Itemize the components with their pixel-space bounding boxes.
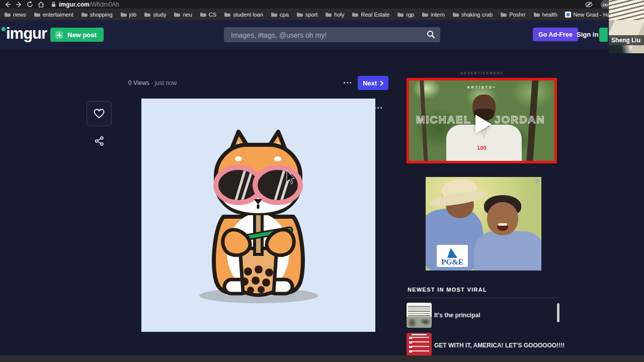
bookmark-folder[interactable]: student loan bbox=[224, 12, 263, 18]
bookmark-folder[interactable]: shaking crab bbox=[452, 12, 493, 18]
back-icon[interactable] bbox=[5, 2, 11, 8]
viral-section-heading: NEWEST IN MOST VIRAL bbox=[408, 287, 487, 293]
adchoices-icon[interactable]: ▷ bbox=[536, 178, 540, 184]
bookmark-label: holy bbox=[334, 12, 344, 18]
pge-sail-icon bbox=[447, 248, 457, 258]
bookmark-folder[interactable]: shopping bbox=[81, 12, 113, 18]
viral-item[interactable] bbox=[407, 303, 432, 328]
bookmark-label: intern bbox=[431, 12, 445, 18]
bookmark-label: cpa bbox=[280, 12, 289, 18]
go-ad-free-button[interactable]: Go Ad-Free bbox=[533, 28, 578, 41]
url-path[interactable]: /W6dm0Ah bbox=[90, 1, 119, 8]
post-time: just now bbox=[155, 79, 177, 86]
bookmark-label: rgp bbox=[406, 12, 414, 18]
search-input[interactable] bbox=[230, 27, 423, 43]
forward-icon[interactable] bbox=[16, 2, 22, 8]
bookmark-label: shopping bbox=[90, 12, 113, 18]
bottom-bar bbox=[0, 355, 644, 362]
share-button[interactable] bbox=[94, 135, 105, 146]
plus-icon bbox=[55, 31, 63, 39]
url-host[interactable]: imgur.com bbox=[59, 1, 90, 8]
bookmark-label: study bbox=[153, 12, 166, 18]
bookmark-folder[interactable]: neu bbox=[174, 12, 192, 18]
bookmark-label: health bbox=[542, 12, 557, 18]
view-count: 0 Views bbox=[128, 79, 149, 86]
bookmark-folder[interactable]: health bbox=[533, 12, 557, 18]
bookmark-label: CS bbox=[209, 12, 216, 18]
bookmark-folder[interactable]: cpa bbox=[271, 12, 289, 18]
ad-name-left: MICHAEL bbox=[416, 114, 471, 126]
bookmark-folder[interactable]: Real Estate bbox=[352, 12, 389, 18]
ad-artists-text: ARTISTS+ bbox=[409, 85, 554, 89]
more-options-icon[interactable] bbox=[344, 82, 351, 83]
bookmark-label: sport bbox=[305, 12, 317, 18]
chevron-right-icon bbox=[380, 80, 383, 86]
bookmark-folder[interactable]: job bbox=[120, 12, 137, 18]
viral-thumbnail[interactable] bbox=[407, 333, 432, 358]
post-image[interactable] bbox=[141, 99, 375, 332]
viral-item[interactable] bbox=[407, 333, 432, 358]
post-meta: 0 Views · just now bbox=[128, 79, 177, 86]
screen: imgur.com/W6dm0Ah newsentertaimentshoppi… bbox=[0, 0, 644, 362]
next-button[interactable]: Next bbox=[358, 76, 388, 90]
image-more-options-icon[interactable] bbox=[374, 107, 382, 109]
bookmark-folder[interactable]: Poshrr bbox=[500, 12, 525, 18]
bookmark-folder[interactable]: sport bbox=[296, 12, 317, 18]
site-favicon bbox=[565, 12, 571, 18]
bookmark-label: job bbox=[129, 12, 137, 18]
webcam-overlay: Sheng Liu bbox=[609, 0, 644, 53]
advertisement-label: ADVERTISEMENT bbox=[407, 71, 557, 75]
bookmark-folder[interactable]: holy bbox=[325, 12, 344, 18]
bookmark-label: Poshrr bbox=[509, 12, 525, 18]
bookmark-folder[interactable]: study bbox=[144, 12, 166, 18]
share-icon bbox=[95, 136, 104, 146]
bookmark-folder[interactable]: intern bbox=[422, 12, 445, 18]
sign-in-link[interactable]: Sign in bbox=[577, 31, 598, 38]
bookmark-label: neu bbox=[183, 12, 192, 18]
browser-toolbar: imgur.com/W6dm0Ah bbox=[0, 0, 644, 9]
webcam-name-tag: Sheng Liu bbox=[609, 35, 644, 45]
bookmark-label: news bbox=[13, 12, 26, 18]
bookmark-folder[interactable]: rgp bbox=[397, 12, 414, 18]
search-icon[interactable] bbox=[427, 30, 435, 41]
viral-item-title[interactable]: It's the principal bbox=[434, 312, 480, 319]
bookmark-label: shaking crab bbox=[461, 12, 493, 18]
ad-name-right: JORDAN bbox=[495, 114, 545, 126]
bookmark-folder[interactable]: entertaiment bbox=[34, 12, 73, 18]
pge-logo: PG&E bbox=[437, 245, 468, 267]
home-icon[interactable] bbox=[38, 2, 44, 8]
heart-icon bbox=[94, 109, 105, 119]
lock-icon bbox=[51, 2, 56, 7]
display-ad-pge[interactable]: PG&E ▷ bbox=[426, 177, 541, 270]
video-ad[interactable]: ARTISTS+ MICHAEL JORDAN 100 bbox=[407, 78, 557, 163]
search-bar[interactable] bbox=[224, 27, 440, 42]
favorite-button[interactable] bbox=[87, 101, 112, 126]
bookmark-label: student loan bbox=[233, 12, 263, 18]
video-ad-still: ARTISTS+ MICHAEL JORDAN 100 bbox=[409, 80, 554, 161]
play-icon[interactable] bbox=[475, 115, 492, 134]
bookmarks-bar: newsentertaimentshoppingjobstudyneuCSstu… bbox=[0, 9, 644, 20]
recording-dot-icon bbox=[2, 27, 6, 31]
bookmark-label: Real Estate bbox=[361, 12, 389, 18]
bookmark-folder[interactable]: CS bbox=[200, 12, 216, 18]
reload-icon[interactable] bbox=[27, 1, 33, 8]
ad-badge-100: 100 bbox=[409, 145, 554, 151]
imgur-logo[interactable]: imgur bbox=[6, 26, 47, 41]
shiba-boba-illustration bbox=[141, 99, 375, 332]
viral-item-title[interactable]: GET WITH IT, AMERICA! LET'S GOOOOOO!!!! bbox=[434, 342, 565, 349]
list-scrollbar-thumb[interactable] bbox=[557, 303, 559, 322]
divider bbox=[407, 298, 559, 298]
bookmark-folder[interactable]: news bbox=[4, 12, 26, 18]
new-post-button[interactable]: New post bbox=[50, 28, 104, 42]
bookmark-label: entertaiment bbox=[43, 12, 73, 18]
viral-thumbnail[interactable] bbox=[407, 303, 432, 328]
sign-up-button-partial[interactable] bbox=[599, 28, 608, 42]
